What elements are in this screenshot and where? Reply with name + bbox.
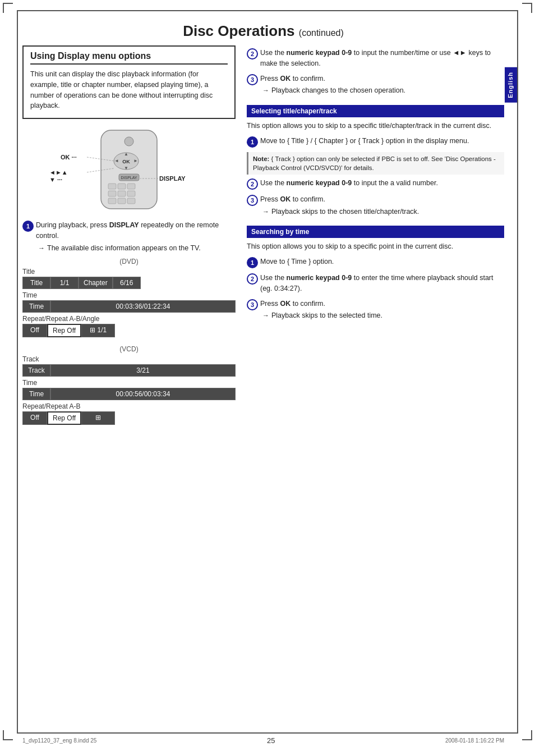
sel-note-box: Note: { Track } option can only be selec… <box>247 152 504 175</box>
svg-text:►: ► <box>133 158 138 163</box>
vcd-time-cell1: Time <box>22 388 50 400</box>
step-2: 2 Use the numeric keypad 0-9 to input th… <box>247 48 504 69</box>
corner-tl <box>3 3 13 13</box>
svg-text:OK ···: OK ··· <box>61 154 77 161</box>
dvd-time-label: Time <box>22 291 236 299</box>
vcd-track-value: 3/21 <box>50 364 236 377</box>
step-1: 1 During playback, press DISPLAY repeate… <box>22 220 236 253</box>
dvd-title-cell1: Title <box>22 277 50 289</box>
dvd-title-cell4: 6/16 <box>113 277 141 289</box>
step-1-content: During playback, press DISPLAY repeatedl… <box>36 220 236 253</box>
svg-text:▼ ···: ▼ ··· <box>49 176 62 183</box>
searching-desc: This option allows you to skip to a spec… <box>247 241 504 252</box>
vcd-track-row: Track 3/21 <box>22 364 236 377</box>
right-column: 2 Use the numeric keypad 0-9 to input th… <box>247 45 504 426</box>
page-border-bottom <box>17 732 518 734</box>
dvd-label: (DVD) <box>22 258 236 265</box>
vcd-time-label: Time <box>22 379 236 387</box>
svg-text:◄►▲: ◄►▲ <box>49 169 68 176</box>
footer-file: 1_dvp1120_37_eng 8.indd 25 <box>22 737 96 744</box>
section-desc: This unit can display the disc playback … <box>30 69 228 111</box>
section-title: Using Display menu options <box>30 51 228 65</box>
step-num-1: 1 <box>22 221 34 232</box>
svg-rect-13 <box>108 191 116 196</box>
dvd-time-cell1: Time <box>22 300 50 313</box>
svg-rect-18 <box>127 198 135 204</box>
vcd-repeat-icon: ⊞ <box>81 411 115 425</box>
two-col-layout: Using Display menu options This unit can… <box>22 45 504 426</box>
svg-rect-16 <box>108 198 116 204</box>
svg-text:DISPLAY: DISPLAY <box>159 175 186 182</box>
step-1-arrow: The available disc information appears o… <box>36 243 236 254</box>
step-2-content: Use the numeric keypad 0-9 to input the … <box>260 48 504 69</box>
vcd-display-section: (VCD) Track Track 3/21 Time Time 00:00:5… <box>22 345 236 425</box>
dvd-repeat-label: Repeat/Repeat A-B/Angle <box>22 315 236 323</box>
step-num-3: 3 <box>247 74 258 85</box>
main-content: Disc Operations (continued) Using Displa… <box>22 17 504 728</box>
vcd-track-label: Track <box>22 355 236 363</box>
footer-date: 2008-01-18 1:16:22 PM <box>445 737 504 744</box>
page-border-top <box>17 10 518 11</box>
remote-control-diagram: OK ◄ ► ▲ ▼ DISPLAY <box>34 125 224 220</box>
dvd-time-row: Time 00:03:36/01:22:34 <box>22 300 236 313</box>
search-step-3-content: Press OK to confirm. Playback skips to t… <box>260 299 382 322</box>
corner-br <box>522 730 532 740</box>
search-step-num-1: 1 <box>247 257 258 268</box>
step-3: 3 Press OK to confirm. Playback changes … <box>247 74 504 97</box>
sel-step-num-2: 2 <box>247 178 258 190</box>
svg-text:▲: ▲ <box>124 152 128 157</box>
dvd-title-cell2: 1/1 <box>50 277 79 289</box>
search-step-num-3: 3 <box>247 299 258 310</box>
svg-rect-12 <box>127 184 135 189</box>
svg-rect-14 <box>118 191 126 196</box>
svg-text:◄: ◄ <box>114 158 119 163</box>
sel-step-num-3: 3 <box>247 195 258 206</box>
svg-rect-10 <box>108 184 116 189</box>
sel-step-3-content: Press OK to confirm. Playback skips to t… <box>260 194 419 217</box>
search-step-num-2: 2 <box>247 273 258 285</box>
searching-section: Searching by time This option allows you… <box>247 226 504 321</box>
search-step-3: 3 Press OK to confirm. Playback skips to… <box>247 299 504 322</box>
search-step-3-arrow: Playback skips to the selected time. <box>260 310 382 321</box>
page-number: 25 <box>267 736 275 745</box>
dvd-repeat-repoff: Rep Off <box>47 324 81 337</box>
svg-text:OK: OK <box>122 159 130 164</box>
svg-point-1 <box>124 137 133 146</box>
dvd-repeat-row: Off Rep Off ⊞ 1/1 <box>22 324 236 337</box>
dvd-title-label: Title <box>22 268 236 276</box>
vcd-track-cell1: Track <box>22 364 50 377</box>
svg-rect-17 <box>118 198 126 204</box>
vcd-repeat-row: Off Rep Off ⊞ <box>22 411 236 425</box>
vcd-time-row: Time 00:00:56/00:03:34 <box>22 388 236 400</box>
dvd-title-cell3: Chapter <box>79 277 113 289</box>
corner-bl <box>3 730 13 740</box>
vcd-repeat-repoff: Rep Off <box>47 411 81 425</box>
selecting-desc: This option allows you to skip to a spec… <box>247 121 504 131</box>
sel-step-3: 3 Press OK to confirm. Playback skips to… <box>247 194 504 217</box>
dvd-repeat-icon: ⊞ 1/1 <box>81 324 115 337</box>
dvd-repeat-off: Off <box>22 324 47 337</box>
remote-svg: OK ◄ ► ▲ ▼ DISPLAY <box>34 125 224 220</box>
search-step-2: 2 Use the numeric keypad 0-9 to enter th… <box>247 273 504 294</box>
sel-step-2: 2 Use the numeric keypad 0-9 to input th… <box>247 178 504 190</box>
vcd-repeat-label: Repeat/Repeat A-B <box>22 402 236 410</box>
page-border-left <box>17 10 18 734</box>
page-title: Disc Operations (continued) <box>22 17 504 40</box>
vcd-repeat-off: Off <box>22 411 47 425</box>
search-step-2-content: Use the numeric keypad 0-9 to enter the … <box>260 273 504 294</box>
left-column: Using Display menu options This unit can… <box>22 45 236 426</box>
svg-rect-11 <box>118 184 126 189</box>
step-num-2: 2 <box>247 48 258 59</box>
footer: 1_dvp1120_37_eng 8.indd 25 25 2008-01-18… <box>22 736 504 745</box>
sel-step-1: 1 Move to { Title } / { Chapter } or { T… <box>247 136 504 148</box>
svg-text:▼: ▼ <box>124 166 128 171</box>
sel-step-num-1: 1 <box>247 136 258 148</box>
dvd-title-row: Title 1/1 Chapter 6/16 <box>22 277 236 289</box>
selecting-section: Selecting title/chaper/track This option… <box>247 105 504 217</box>
searching-section-title: Searching by time <box>247 226 504 238</box>
step-3-arrow: Playback changes to the chosen operation… <box>260 85 405 96</box>
sel-step-2-content: Use the numeric keypad 0-9 to input the … <box>260 178 438 189</box>
vcd-time-value: 00:00:56/00:03:34 <box>50 388 236 400</box>
dvd-display-section: (DVD) Title Title 1/1 Chapter 6/16 Time … <box>22 258 236 337</box>
search-step-1: 1 Move to { Time } option. <box>247 256 504 268</box>
